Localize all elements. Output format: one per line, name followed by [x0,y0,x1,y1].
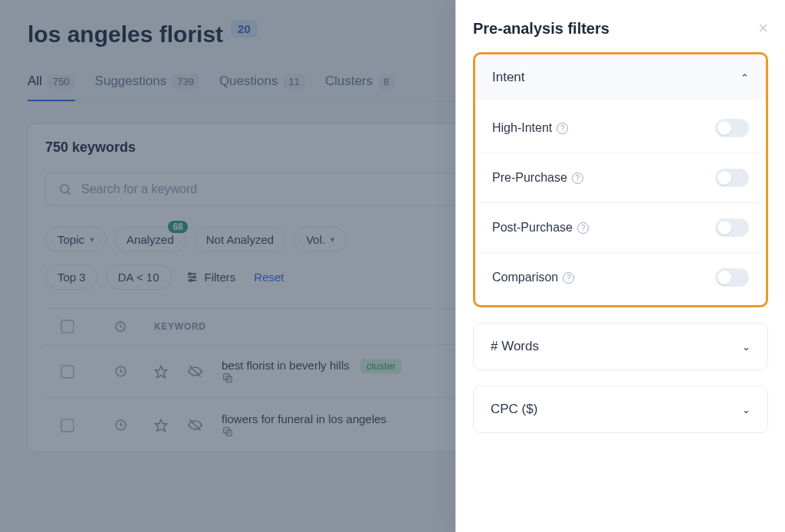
section-cpc: CPC ($) ⌄ [473,386,768,433]
svg-point-11 [189,273,191,275]
star-icon[interactable] [154,419,168,432]
row-checkbox[interactable] [61,419,74,432]
chip-topic[interactable]: Topic ▾ [45,227,107,252]
help-icon[interactable]: ? [572,172,583,184]
tab-questions[interactable]: Questions 11 [219,66,305,101]
chip-badge: 68 [168,221,187,233]
chevron-down-icon: ⌄ [742,404,751,415]
chip-label: DA < 10 [118,271,159,284]
tab-count: 11 [283,74,304,89]
section-words: # Words ⌄ [473,323,768,370]
svg-line-1 [67,192,70,194]
chevron-down-icon: ▾ [330,235,335,245]
toggle-label-text: Post-Purchase [492,221,573,235]
copy-icon [222,372,234,384]
filters-panel: Pre-analysis filters × Intent ⌃ High-Int… [455,0,785,532]
page-title: los angeles florist [28,21,223,48]
section-title: CPC ($) [491,402,537,417]
section-words-header[interactable]: # Words ⌄ [474,323,767,369]
keyword-text: best florist in beverly hills [222,359,350,372]
chip-label: Vol. [306,233,325,246]
chip-volume[interactable]: Vol. ▾ [294,227,347,252]
switch-post-purchase[interactable] [715,218,749,237]
search-placeholder: Search for a keyword [81,182,197,196]
chevron-down-icon: ⌄ [742,341,751,353]
svg-marker-21 [156,419,167,431]
clock-icon [114,365,127,378]
eye-off-icon[interactable] [188,418,202,432]
help-icon[interactable]: ? [557,123,568,134]
select-all-checkbox[interactable] [61,320,74,333]
chip-analyzed[interactable]: Analyzed 68 [114,227,186,252]
tab-clusters[interactable]: Clusters 8 [325,66,395,101]
switch-high-intent[interactable] [715,119,749,137]
svg-point-12 [192,276,195,278]
tab-all[interactable]: All 750 [28,66,75,101]
toggle-high-intent: High-Intent ? [480,103,761,153]
clock-icon [114,320,126,333]
chevron-up-icon: ⌃ [741,72,749,84]
section-cpc-header[interactable]: CPC ($) ⌄ [474,386,767,432]
tab-suggestions[interactable]: Suggestions 739 [95,66,199,101]
toggle-label-text: Comparison [492,271,558,284]
close-button[interactable]: × [758,18,768,38]
tab-label: Suggestions [95,74,167,89]
clock-icon [114,419,127,432]
panel-title: Pre-analysis filters [473,20,609,38]
chip-label: Topic [57,233,84,246]
copy-icon [222,425,234,438]
row-checkbox[interactable] [61,365,74,379]
help-icon[interactable]: ? [563,272,574,284]
section-title: # Words [491,339,539,354]
keyword-text: flowers for funeral in los angeles [222,412,386,425]
section-intent-header[interactable]: Intent ⌃ [475,54,766,100]
section-title: Intent [492,70,525,85]
tab-count: 8 [378,74,394,89]
tab-label: Questions [219,74,278,89]
keyword-column-header[interactable]: KEYWORD [154,321,240,332]
toggle-comparison: Comparison ? [480,253,761,302]
tab-label: All [28,74,42,89]
section-intent: Intent ⌃ High-Intent ? Pre-Purchase ? [473,52,768,307]
switch-pre-purchase[interactable] [715,169,749,187]
toggle-label-text: Pre-Purchase [492,171,567,185]
title-badge: 20 [231,20,258,38]
chip-da[interactable]: DA < 10 [106,264,172,290]
close-icon: × [758,18,768,38]
toggle-pre-purchase: Pre-Purchase ? [480,153,761,203]
toggle-label-text: High-Intent [492,121,552,135]
chip-label: Not Analyzed [206,233,274,246]
help-icon[interactable]: ? [577,222,589,234]
svg-point-0 [61,185,69,193]
toggle-post-purchase: Post-Purchase ? [480,203,761,253]
eye-off-icon[interactable] [188,364,202,379]
svg-point-13 [189,279,192,281]
chip-label: Analyzed [126,233,174,246]
svg-marker-16 [156,366,167,377]
tab-count: 739 [172,74,199,89]
chip-not-analyzed[interactable]: Not Analyzed [194,227,286,252]
star-icon[interactable] [154,365,168,379]
chip-label: Top 3 [57,271,86,284]
chevron-down-icon: ▾ [90,235,94,245]
switch-comparison[interactable] [715,268,749,287]
chip-top3[interactable]: Top 3 [45,264,98,290]
search-icon [58,182,72,196]
cluster-badge: cluster [360,359,402,373]
tab-label: Clusters [325,74,373,89]
filters-label: Filters [205,271,236,284]
filters-button[interactable]: Filters [179,265,242,289]
tab-count: 750 [48,74,75,89]
reset-link[interactable]: Reset [249,265,288,289]
sliders-icon [186,271,199,284]
